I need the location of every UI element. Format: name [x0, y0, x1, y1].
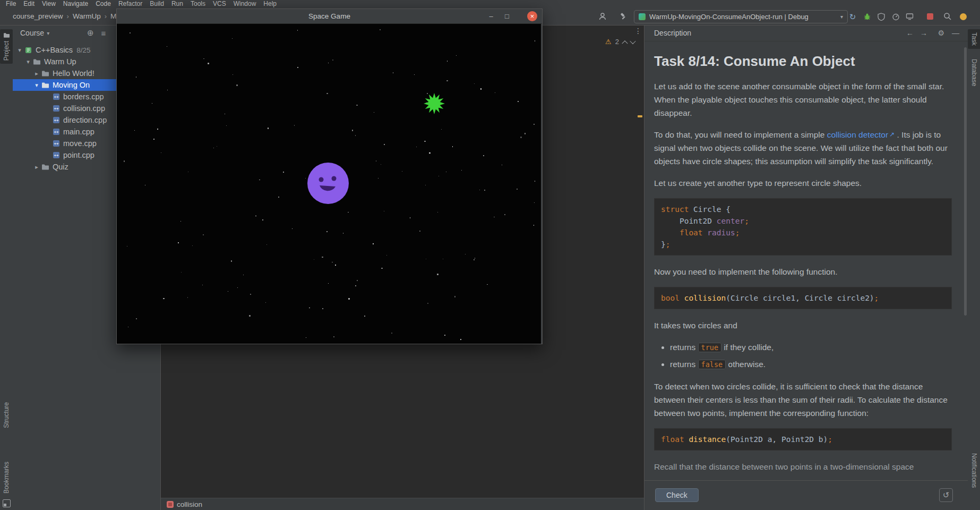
tool-stripe-project[interactable]: Project [0, 29, 13, 64]
task-paragraph: To do that, you will need to implement a… [654, 128, 952, 168]
warning-stripe-mark[interactable] [638, 115, 642, 117]
menu-help[interactable]: Help [260, 0, 280, 8]
chevron-down-icon[interactable]: ▾ [24, 58, 32, 65]
tool-stripe-label: Task [970, 32, 978, 46]
star-dot [373, 243, 374, 244]
star-dot [124, 160, 125, 162]
warning-count: 2 [615, 38, 619, 46]
course-progress-badge: 8/25 [76, 46, 90, 54]
star-dot [525, 133, 526, 134]
chevron-down-icon[interactable]: ▾ [33, 82, 40, 89]
star-dot [414, 74, 415, 75]
rerun-icon[interactable]: ↻ [848, 12, 857, 21]
menu-refactor[interactable]: Refactor [115, 0, 146, 8]
check-button[interactable]: Check [655, 488, 699, 502]
menu-run[interactable]: Run [168, 0, 187, 8]
next-task-icon[interactable]: → [920, 25, 927, 41]
chevron-right-icon[interactable]: ▸ [33, 70, 40, 77]
tool-stripe-label: Structure [3, 402, 10, 428]
menu-edit[interactable]: Edit [20, 0, 38, 8]
build-hammer-icon[interactable] [619, 12, 627, 21]
star-dot [145, 185, 145, 185]
scrollbar-thumb[interactable] [964, 47, 967, 316]
star-dot [352, 130, 354, 131]
star-dot [167, 46, 167, 47]
bottom-tool-strip: collision [160, 498, 644, 510]
breadcrumb-item[interactable]: WarmUp [73, 12, 101, 20]
reset-task-icon[interactable]: ↺ [939, 488, 953, 502]
tool-stripe-structure[interactable]: Structure [0, 402, 13, 428]
menu-code[interactable]: Code [92, 0, 115, 8]
code-token [661, 228, 680, 237]
star-dot [446, 80, 448, 82]
chevron-down-icon[interactable]: ▾ [16, 47, 23, 54]
tool-stripe-task[interactable]: Task [968, 29, 980, 49]
run-tab-collision[interactable]: collision [160, 498, 209, 510]
profiler-icon[interactable] [891, 12, 900, 21]
breadcrumb-item[interactable]: M [110, 12, 116, 20]
tool-stripe-notifications[interactable]: Notifications [968, 453, 980, 488]
maximize-icon[interactable]: □ [502, 9, 512, 23]
inspections-widget[interactable]: ⚠ 2 [605, 38, 635, 46]
coverage-icon[interactable] [877, 12, 886, 21]
tool-stripe-label: Notifications [970, 453, 978, 488]
previous-task-icon[interactable]: ← [906, 25, 914, 41]
star-dot [278, 197, 279, 198]
run-config-label: WarmUp-MovingOn-ConsumeAnObject-run | De… [649, 13, 837, 21]
star-dot [322, 308, 323, 309]
star-dot [386, 255, 387, 256]
game-canvas[interactable] [117, 24, 541, 344]
code-token: ; [744, 217, 749, 225]
more-options-icon[interactable]: ⋮ [634, 27, 642, 35]
tree-item-label: Hello World! [53, 69, 94, 78]
tab-description[interactable]: Description [654, 29, 691, 37]
star-dot [268, 128, 269, 129]
close-icon[interactable]: × [527, 11, 537, 21]
collision-detector-link[interactable]: collision detector [827, 130, 888, 139]
menu-build[interactable]: Build [146, 0, 168, 8]
next-problem-icon[interactable] [630, 38, 635, 44]
locate-file-icon[interactable]: ⊕ [87, 28, 94, 38]
space-game-titlebar[interactable]: Space Game – □ × [117, 9, 542, 24]
tree-item-label: direction.cpp [63, 116, 107, 124]
task-description-panel: Description ← → ⚙ — Task 8/14: Consume A… [644, 25, 968, 510]
search-icon[interactable] [943, 12, 952, 21]
tool-stripe-bookmarks[interactable]: Bookmarks [0, 462, 13, 494]
run-configuration-select[interactable]: WarmUp-MovingOn-ConsumeAnObject-run | De… [634, 10, 848, 23]
debug-icon[interactable] [863, 12, 871, 21]
menu-vcs[interactable]: VCS [209, 0, 230, 8]
event-log-icon[interactable] [959, 12, 967, 21]
star-dot [294, 125, 295, 126]
menu-file[interactable]: File [2, 0, 20, 8]
code-token: ; [666, 240, 670, 249]
view-options-icon[interactable]: ≡ [101, 29, 106, 38]
star-dot [228, 291, 228, 292]
consumable-star[interactable] [423, 92, 446, 115]
chevron-right-icon[interactable]: ▸ [33, 164, 40, 171]
star-dot [306, 337, 306, 338]
star-dot [255, 216, 256, 217]
gear-icon[interactable]: ⚙ [938, 25, 944, 41]
star-dot [322, 257, 323, 258]
tool-window-switcher-icon[interactable] [3, 499, 11, 507]
attach-process-icon[interactable] [905, 12, 914, 21]
menu-tools[interactable]: Tools [187, 0, 209, 8]
project-view-selector[interactable]: Course [20, 29, 44, 37]
tool-stripe-database[interactable]: Database [968, 59, 980, 86]
star-dot [460, 339, 461, 340]
player-circle[interactable] [306, 162, 350, 205]
stop-icon[interactable] [926, 12, 934, 21]
star-dot [480, 88, 482, 90]
menu-navigate[interactable]: Navigate [59, 0, 92, 8]
prev-problem-icon[interactable] [622, 40, 627, 46]
menu-window[interactable]: Window [230, 0, 260, 8]
star-dot [484, 190, 485, 191]
star-dot [292, 228, 293, 229]
hide-panel-icon[interactable]: — [952, 25, 959, 41]
account-icon[interactable] [598, 12, 607, 21]
minimize-icon[interactable]: – [486, 9, 496, 23]
menu-view[interactable]: View [38, 0, 59, 8]
code-block-circle-struct: struct Circle { Point2D center; float ra… [654, 198, 952, 256]
tree-item-label: Quiz [53, 163, 68, 171]
breadcrumb-item[interactable]: course_preview [13, 12, 63, 20]
